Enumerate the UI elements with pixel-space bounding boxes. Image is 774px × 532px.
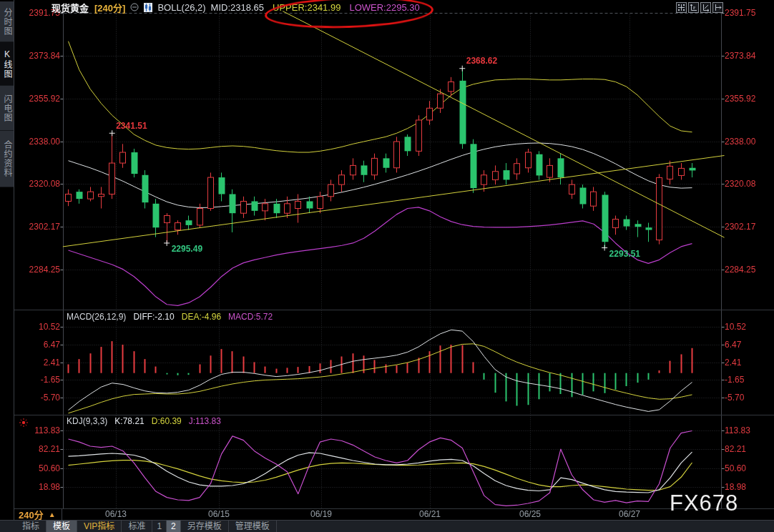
date-label: 06/25 [509, 509, 552, 519]
collapse-triangle-icon[interactable]: ▲ [49, 511, 56, 518]
period-cell-divider [62, 509, 62, 520]
date-label: 06/19 [300, 509, 343, 519]
swing-annotation: 2293.51 [609, 249, 640, 259]
boll-mid-value: MID:2318.65 [211, 2, 264, 13]
date-label: 06/21 [408, 509, 451, 519]
crosshair-icon[interactable] [676, 2, 687, 13]
price-axis-label-left: 2284.25 [17, 265, 60, 275]
macd-axis-label-left: -1.65 [17, 375, 60, 385]
symbol-name: 现货黄金 [52, 1, 89, 14]
kdj-j-value: J:113.83 [189, 416, 221, 426]
tab-indicator[interactable]: 指标 [16, 521, 46, 532]
tab-template[interactable]: 模板 [46, 521, 77, 532]
left-sidebar: 分时图 K线图 闪电图 合约资料 [0, 0, 14, 532]
price-axis-label-left: 2355.92 [17, 94, 60, 104]
swing-annotation: 2368.62 [466, 56, 497, 66]
axis-scale-fit-icon[interactable] [700, 2, 711, 13]
price-axis-label-right: 2338.00 [725, 137, 755, 147]
swing-annotation: 2341.51 [116, 121, 147, 131]
pane-separator [14, 310, 774, 310]
macd-diff-value: DIFF:-2.10 [133, 312, 174, 322]
kdj-axis-label-right: 82.21 [725, 444, 746, 454]
boll-params: BOLL(26,2) [157, 2, 205, 13]
sidebar-item-contract-info[interactable]: 合约资料 [0, 131, 14, 187]
macd-axis-label-left: 2.41 [17, 358, 60, 368]
tab-save-template[interactable]: 另存模板 [181, 521, 229, 532]
macd-axis-label-right: 6.47 [725, 340, 741, 350]
macd-pane-header: MACD(26,12,9) DIFF:-2.10 DEA:-4.96 MACD:… [67, 312, 273, 322]
date-label: 06/13 [94, 509, 137, 519]
candlestick-mini-icon[interactable] [144, 3, 152, 12]
kdj-axis-label-left: 82.21 [17, 444, 60, 454]
sidebar-item-lightning-chart[interactable]: 闪电图 [0, 86, 14, 131]
price-axis-label-right: 2302.17 [725, 222, 755, 232]
sidebar-item-label: 分时图 [2, 8, 12, 36]
chart-canvas[interactable] [0, 0, 774, 532]
sidebar-item-label: 闪电图 [2, 94, 12, 122]
macd-axis-label-right: 2.41 [725, 358, 741, 368]
period-selector[interactable]: 240分 ▲ [19, 508, 56, 520]
date-label: 06/15 [197, 509, 240, 519]
macd-axis-label-right: -5.70 [725, 393, 744, 403]
period-text: 240分 [19, 508, 44, 521]
macd-axis-label-left: 10.52 [17, 322, 60, 332]
axis-shift-right-icon[interactable] [712, 2, 723, 13]
macd-params: MACD(26,12,9) [67, 312, 126, 322]
kdj-params: KDJ(9,3,3) [67, 416, 107, 426]
macd-axis-label-left: -5.70 [17, 393, 60, 403]
swing-annotation: 2295.49 [172, 244, 202, 254]
sidebar-item-label: 合约资料 [2, 140, 12, 177]
date-label: 06/27 [608, 509, 651, 519]
collapse-minus-icon[interactable] [130, 3, 139, 11]
trading-app: 分时图 K线图 闪电图 合约资料 现货黄金 [240分] BOLL(26,2) … [0, 0, 774, 532]
price-axis-label-left: 2373.84 [17, 51, 60, 61]
tab-standard[interactable]: 标准 [122, 521, 152, 532]
axis-scale-left-icon[interactable] [688, 2, 699, 13]
kdj-axis-label-left: 50.60 [17, 463, 60, 473]
indicator-settings-icon[interactable] [19, 418, 29, 428]
macd-axis-label-right: 10.52 [725, 322, 746, 332]
sidebar-divider [14, 0, 14, 520]
price-axis-label-right: 2320.08 [725, 179, 755, 189]
price-axis-label-left: 2338.00 [17, 137, 60, 147]
price-axis-label-right: 2373.84 [725, 51, 755, 61]
sidebar-item-time-chart[interactable]: 分时图 [0, 1, 14, 42]
macd-value: MACD:5.72 [228, 312, 273, 322]
price-axis-label-right: 2355.92 [725, 94, 755, 104]
macd-dea-value: DEA:-4.96 [182, 312, 221, 322]
kdj-d-value: D:60.39 [152, 416, 182, 426]
sidebar-item-kline-chart[interactable]: K线图 [0, 42, 14, 86]
macd-axis-label-right: -1.65 [725, 375, 744, 385]
tab-vip-indicator[interactable]: VIP指标 [77, 521, 122, 532]
price-axis-label-right: 2284.25 [725, 265, 755, 275]
price-axis-label-left: 2302.17 [17, 222, 60, 232]
kdj-k-value: K:78.21 [114, 416, 144, 426]
kdj-axis-label-right: 50.60 [725, 463, 746, 473]
bottom-tab-bar: 指标 模板 VIP指标 标准 1 2 另存模板 管理模板 [0, 520, 774, 532]
period-label[interactable]: [240分] [94, 1, 125, 14]
sidebar-item-label: K线图 [2, 49, 12, 79]
watermark: FX678 [670, 491, 738, 516]
kdj-axis-label-left: 18.98 [17, 482, 60, 492]
price-axis-label-left: 2320.08 [17, 179, 60, 189]
price-axis-label-right: 2391.75 [725, 8, 755, 18]
kdj-axis-label-right: 113.83 [725, 425, 750, 435]
pane-separator [14, 415, 774, 415]
tab-1[interactable]: 1 [152, 521, 167, 532]
macd-axis-label-left: 6.47 [17, 340, 60, 350]
tab-2[interactable]: 2 [167, 521, 181, 532]
kdj-pane-header: KDJ(9,3,3) K:78.21 D:60.39 J:113.83 [67, 416, 221, 426]
tab-manage-template[interactable]: 管理模板 [229, 521, 277, 532]
